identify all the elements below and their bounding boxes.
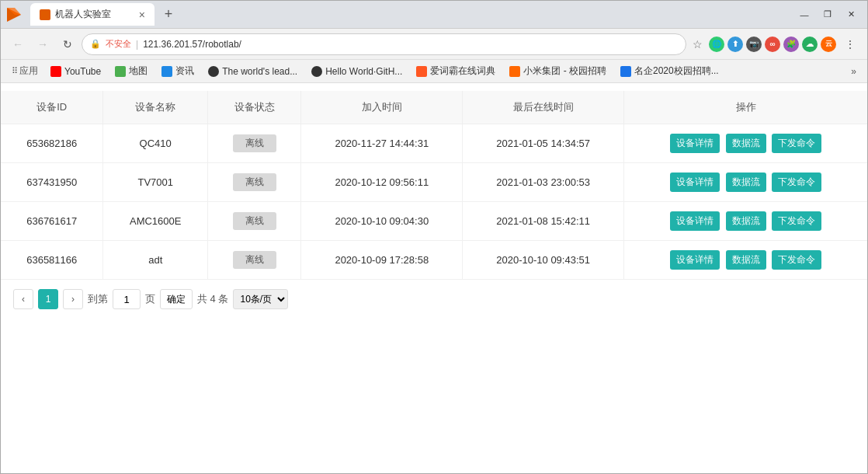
bookmarks-more-button[interactable]: » bbox=[846, 64, 861, 78]
cell-actions: 设备详情 数据流 下发命令 bbox=[624, 163, 867, 202]
apps-button[interactable]: ⠿ 应用 bbox=[7, 63, 43, 79]
refresh-icon: ↻ bbox=[63, 38, 72, 51]
helloworld-label: Hello World·GitH... bbox=[325, 66, 402, 77]
bookmark-youtube[interactable]: YouTube bbox=[44, 64, 107, 78]
send-command-button[interactable]: 下发命令 bbox=[772, 211, 821, 231]
refresh-button[interactable]: ↻ bbox=[57, 33, 78, 55]
back-button[interactable]: ← bbox=[7, 33, 29, 55]
profile-icon[interactable]: 云 bbox=[821, 37, 836, 52]
send-command-button[interactable]: 下发命令 bbox=[772, 134, 821, 153]
page-label: 页 bbox=[145, 292, 155, 306]
goto-confirm-button[interactable]: 确定 bbox=[160, 289, 193, 309]
detail-button[interactable]: 设备详情 bbox=[670, 134, 720, 153]
devices-table: 设备ID 设备名称 设备状态 加入时间 最后在线时间 操作 653682186 … bbox=[1, 91, 867, 280]
loveword-favicon bbox=[416, 66, 427, 77]
bookmark-theworld[interactable]: The world's lead... bbox=[202, 64, 304, 78]
news-favicon bbox=[161, 66, 172, 77]
cell-id: 636761617 bbox=[1, 202, 103, 241]
cell-status: 离线 bbox=[207, 202, 300, 241]
col-header-id: 设备ID bbox=[1, 91, 103, 124]
status-badge: 离线 bbox=[233, 212, 276, 230]
address-bar[interactable]: 🔒 不安全 | 121.36.201.57/robotlab/ bbox=[82, 33, 686, 55]
cell-join-time: 2020-10-12 09:56:11 bbox=[301, 163, 463, 202]
ext-icon-6[interactable]: ☁ bbox=[802, 37, 818, 52]
table-header-row: 设备ID 设备名称 设备状态 加入时间 最后在线时间 操作 bbox=[1, 91, 867, 124]
new-tab-button[interactable]: + bbox=[158, 4, 179, 26]
data-stream-button[interactable]: 数据流 bbox=[726, 173, 766, 192]
data-stream-button[interactable]: 数据流 bbox=[726, 134, 766, 153]
bookmark-helloworld[interactable]: Hello World·GitH... bbox=[305, 64, 408, 78]
helloworld-favicon bbox=[311, 66, 322, 77]
detail-button[interactable]: 设备详情 bbox=[670, 250, 720, 270]
tab-close-button[interactable]: × bbox=[139, 9, 145, 20]
bookmark-loveword[interactable]: 爱词霸在线词典 bbox=[410, 63, 502, 79]
forward-button[interactable]: → bbox=[32, 33, 54, 55]
cell-actions: 设备详情 数据流 下发命令 bbox=[624, 241, 867, 280]
pagination: ‹ 1 › 到第 页 确定 共 4 条 10条/页 20条/页 50条/页 bbox=[1, 280, 867, 319]
bookmark-news[interactable]: 资讯 bbox=[155, 63, 200, 79]
page-1-button[interactable]: 1 bbox=[38, 289, 58, 309]
cell-last-online: 2021-01-05 14:34:57 bbox=[463, 124, 624, 163]
more-menu-button[interactable]: ⋮ bbox=[839, 33, 861, 55]
bookmarks-bar: ⠿ 应用 YouTube 地图 资讯 The world's lead... H… bbox=[1, 60, 867, 83]
map-favicon bbox=[115, 66, 126, 77]
goto-page-input[interactable] bbox=[113, 289, 141, 309]
cell-status: 离线 bbox=[207, 163, 300, 202]
bookmark-campus[interactable]: 名企2020校园招聘... bbox=[614, 63, 725, 79]
cell-last-online: 2021-01-03 23:00:53 bbox=[463, 163, 624, 202]
maximize-button[interactable]: ❒ bbox=[818, 8, 838, 22]
cell-status: 离线 bbox=[207, 241, 300, 280]
col-header-join-time: 加入时间 bbox=[301, 91, 463, 124]
close-button[interactable]: ✕ bbox=[841, 8, 861, 22]
minimize-button[interactable]: — bbox=[794, 8, 814, 22]
bookmark-star-button[interactable]: ☆ bbox=[689, 35, 706, 54]
detail-button[interactable]: 设备详情 bbox=[670, 173, 720, 192]
theworld-favicon bbox=[208, 66, 219, 77]
cell-actions: 设备详情 数据流 下发命令 bbox=[624, 124, 867, 163]
active-tab[interactable]: 机器人实验室 × bbox=[30, 3, 155, 26]
browser-logo bbox=[7, 8, 24, 22]
table-row: 636581166 adt 离线 2020-10-09 17:28:58 202… bbox=[1, 241, 867, 280]
youtube-label: YouTube bbox=[64, 66, 101, 77]
tab-favicon bbox=[40, 9, 50, 20]
status-badge: 离线 bbox=[233, 173, 276, 191]
cell-status: 离线 bbox=[207, 124, 300, 163]
bookmark-xiaomi[interactable]: 小米集团 - 校园招聘 bbox=[503, 63, 613, 79]
cell-id: 653682186 bbox=[1, 124, 103, 163]
goto-label: 到第 bbox=[88, 292, 108, 306]
col-header-action: 操作 bbox=[624, 91, 867, 124]
window-controls: — ❒ ✕ bbox=[794, 8, 861, 22]
apps-grid-icon: ⠿ bbox=[12, 66, 18, 76]
cell-join-time: 2020-10-10 09:04:30 bbox=[301, 202, 463, 241]
col-header-name: 设备名称 bbox=[103, 91, 208, 124]
nav-bar: ← → ↻ 🔒 不安全 | 121.36.201.57/robotlab/ ☆ … bbox=[1, 29, 867, 60]
campus-label: 名企2020校园招聘... bbox=[634, 64, 719, 78]
col-header-status: 设备状态 bbox=[207, 91, 300, 124]
forward-icon: → bbox=[37, 38, 48, 51]
prev-page-button[interactable]: ‹ bbox=[13, 289, 33, 309]
cell-name: AMC1600E bbox=[103, 202, 208, 241]
insecure-label: 不安全 bbox=[106, 38, 131, 50]
page-size-select[interactable]: 10条/页 20条/页 50条/页 bbox=[233, 289, 288, 309]
data-stream-button[interactable]: 数据流 bbox=[726, 250, 766, 270]
ext-icon-5[interactable]: 🧩 bbox=[783, 37, 799, 52]
send-command-button[interactable]: 下发命令 bbox=[772, 250, 821, 270]
back-icon: ← bbox=[12, 38, 23, 51]
theworld-label: The world's lead... bbox=[222, 66, 297, 77]
cell-name: TV7001 bbox=[103, 163, 208, 202]
news-label: 资讯 bbox=[175, 64, 194, 78]
cell-id: 637431950 bbox=[1, 163, 103, 202]
ext-icon-2[interactable]: ⬆ bbox=[727, 37, 743, 52]
send-command-button[interactable]: 下发命令 bbox=[772, 173, 821, 192]
sep: | bbox=[136, 39, 138, 50]
ext-icon-1[interactable]: 🌐 bbox=[709, 37, 724, 52]
data-stream-button[interactable]: 数据流 bbox=[726, 211, 766, 231]
cell-last-online: 2021-01-08 15:42:11 bbox=[463, 202, 624, 241]
detail-button[interactable]: 设备详情 bbox=[670, 211, 720, 231]
bookmark-map[interactable]: 地图 bbox=[109, 63, 154, 79]
lock-icon: 🔒 bbox=[90, 39, 101, 49]
ext-icon-3[interactable]: 📷 bbox=[746, 37, 762, 52]
ext-icon-4[interactable]: ∞ bbox=[765, 37, 780, 52]
xiaomi-favicon bbox=[509, 66, 520, 77]
next-page-button[interactable]: › bbox=[63, 289, 83, 309]
